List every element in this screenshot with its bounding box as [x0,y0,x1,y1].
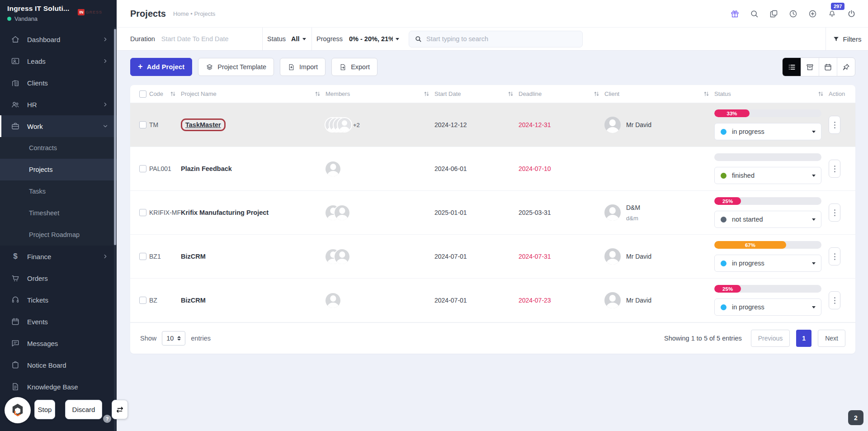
sidebar-scrollbar-thumb[interactable] [114,29,116,245]
corner-count-badge[interactable]: 2 [848,410,863,425]
project-name-link[interactable]: Krifix Manufacturing Project [181,209,269,216]
column-header-deadline[interactable]: Deadline [519,90,604,97]
sidebar-item-dashboard[interactable]: Dashboard [0,28,117,50]
notes-icon[interactable] [769,9,778,19]
bell-icon[interactable] [827,8,837,18]
list-view-toggle[interactable] [783,58,801,76]
status-dropdown[interactable]: in progress [714,123,821,140]
status-dropdown[interactable]: not started [714,211,821,228]
row-actions-button[interactable] [829,247,840,265]
sidebar-item-events[interactable]: Events [0,311,117,332]
member-avatar[interactable] [335,249,349,264]
status-dropdown[interactable]: finished [714,167,821,184]
previous-page-button[interactable]: Previous [751,330,790,347]
column-header-start-date[interactable]: Start Date [434,90,519,97]
member-avatar[interactable] [326,293,340,308]
sidebar-subitem-project-roadmap[interactable]: Project Roadmap [0,224,117,246]
quick-add-icon[interactable] [808,9,817,19]
sort-icon[interactable] [170,90,176,97]
status-value-dropdown[interactable]: All [291,35,306,43]
sidebar-item-leads[interactable]: Leads [0,50,117,72]
project-name-link[interactable]: Plazin Feedback [181,165,232,172]
project-name-link[interactable]: TaskMaster [185,121,221,128]
status-dropdown[interactable]: in progress [714,255,821,272]
import-button[interactable]: Import [280,58,326,76]
add-project-button[interactable]: + Add Project [130,58,192,76]
sort-icon[interactable] [507,90,514,97]
sort-icon[interactable] [314,90,321,97]
time-log-icon[interactable] [788,9,798,19]
column-header-members[interactable]: Members [326,90,434,97]
row-actions-button[interactable] [829,291,840,309]
logout-icon[interactable] [847,9,856,19]
sidebar-item-tickets[interactable]: Tickets [0,289,117,311]
column-header-code[interactable]: Code [149,90,181,97]
export-button[interactable]: Export [331,58,377,76]
column-header-project-name[interactable]: Project Name [181,90,326,97]
status-filter[interactable]: Status All [263,28,311,50]
page-number-active[interactable]: 1 [796,330,811,347]
help-badge[interactable]: ? [103,415,111,423]
project-name-link[interactable]: BizCRM [181,253,206,260]
discard-button[interactable]: Discard [65,400,102,419]
status-dropdown[interactable]: in progress [714,298,821,316]
sidebar-subitem-projects[interactable]: Projects [0,159,117,180]
search-icon[interactable] [750,9,759,19]
row-actions-button[interactable] [829,116,840,134]
select-all-checkbox[interactable] [139,90,146,98]
row-checkbox[interactable] [139,121,146,128]
duration-placeholder[interactable]: Start Date To End Date [161,35,229,43]
client-avatar[interactable] [604,248,621,265]
row-checkbox[interactable] [139,165,146,172]
row-checkbox[interactable] [139,209,146,216]
sort-icon[interactable] [423,90,430,97]
search-input[interactable] [426,35,571,43]
sidebar-subitem-timesheet[interactable]: Timesheet [0,202,117,224]
page-size-select[interactable]: 10 [162,331,185,346]
search-box[interactable] [409,31,583,47]
sidebar-scrollbar[interactable] [114,27,116,431]
client-avatar[interactable] [604,204,621,221]
sidebar-item-finance[interactable]: $Finance [0,246,117,267]
gift-icon[interactable] [730,9,740,19]
sidebar-item-messages[interactable]: Messages [0,332,117,354]
progress-value-dropdown[interactable]: 0% - 20%, 21% [349,35,399,43]
status-dot [721,217,726,223]
project-template-button[interactable]: Project Template [198,58,274,76]
calendar-view-toggle[interactable] [819,58,837,76]
swap-button[interactable] [112,400,128,419]
archive-view-toggle[interactable] [801,58,819,76]
row-checkbox[interactable] [139,297,146,304]
row-checkbox[interactable] [139,253,146,260]
sort-icon[interactable] [703,90,710,97]
row-actions-button[interactable] [829,204,840,222]
sidebar-item-orders[interactable]: Orders [0,267,117,289]
sidebar-item-notice-board[interactable]: Notice Board [0,354,117,376]
sidebar-subitem-tasks[interactable]: Tasks [0,180,117,202]
agent-logo[interactable] [5,397,31,423]
sort-icon[interactable] [817,90,824,97]
column-header-client[interactable]: Client [604,90,714,97]
member-avatar[interactable] [326,161,340,176]
project-name-link[interactable]: BizCRM [181,297,206,304]
sort-icon[interactable] [593,90,600,97]
duration-filter[interactable]: Duration Start Date To End Date [117,28,262,50]
sidebar-item-label: Finance [27,253,51,260]
notifications[interactable]: 297 [827,8,837,19]
sidebar-item-clients[interactable]: Clients [0,72,117,94]
member-avatar[interactable] [335,205,349,220]
next-page-button[interactable]: Next [818,330,845,347]
member-avatar[interactable] [338,118,351,132]
client-avatar[interactable] [604,292,621,308]
column-header-status[interactable]: Status [714,90,829,97]
sidebar-subitem-contracts[interactable]: Contracts [0,137,117,159]
client-avatar[interactable] [604,117,621,133]
filters-button[interactable]: Filters [826,28,868,50]
stop-button[interactable]: Stop [34,400,55,419]
sidebar-item-work[interactable]: Work [0,115,117,137]
sidebar-item-knowledge-base[interactable]: Knowledge Base [0,376,117,398]
sidebar-item-hr[interactable]: HR [0,94,117,115]
row-actions-button[interactable] [829,160,840,178]
progress-filter[interactable]: Progress 0% - 20%, 21% [312,28,402,50]
pinned-view-toggle[interactable] [837,58,855,76]
